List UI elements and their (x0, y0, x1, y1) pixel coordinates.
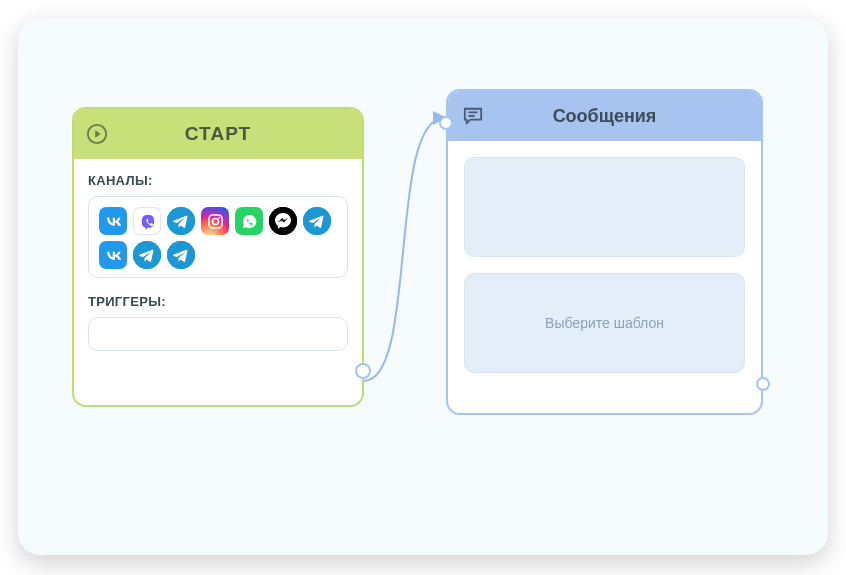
node-start-header[interactable]: СТАРТ (74, 109, 362, 159)
node-start-port-out[interactable] (355, 363, 371, 379)
channels-label: КАНАЛЫ: (88, 173, 348, 188)
node-messages-title: Сообщения (448, 106, 761, 127)
svg-point-1 (167, 207, 195, 235)
message-template-box-1[interactable] (464, 157, 745, 257)
vk-icon[interactable] (99, 207, 127, 235)
vk-icon[interactable] (99, 241, 127, 269)
telegram-icon[interactable] (133, 241, 161, 269)
svg-point-4 (218, 216, 220, 218)
telegram-icon[interactable] (303, 207, 331, 235)
svg-point-8 (167, 241, 195, 269)
svg-rect-2 (208, 214, 221, 227)
node-start-body: КАНАЛЫ: ТРИГГЕРЫ: (74, 159, 362, 367)
messenger-icon[interactable] (269, 207, 297, 235)
telegram-icon[interactable] (167, 207, 195, 235)
node-start[interactable]: СТАРТ КАНАЛЫ: ТРИГГЕРЫ: (72, 107, 364, 407)
svg-point-5 (269, 207, 297, 235)
node-messages[interactable]: Сообщения Выберите шаблон (446, 89, 763, 415)
play-icon (86, 123, 108, 145)
message-template-box-2[interactable]: Выберите шаблон (464, 273, 745, 373)
flow-canvas[interactable]: СТАРТ КАНАЛЫ: ТРИГГЕРЫ: Сообщения Выбери… (18, 18, 828, 555)
channels-box (88, 196, 348, 278)
svg-point-7 (133, 241, 161, 269)
telegram-icon[interactable] (167, 241, 195, 269)
instagram-icon[interactable] (201, 207, 229, 235)
node-start-title: СТАРТ (74, 123, 362, 145)
node-messages-port-out[interactable] (756, 377, 770, 391)
viber-icon[interactable] (133, 207, 161, 235)
svg-point-6 (303, 207, 331, 235)
whatsapp-icon[interactable] (235, 207, 263, 235)
node-messages-header[interactable]: Сообщения (448, 91, 761, 141)
node-messages-body: Выберите шаблон (448, 141, 761, 393)
triggers-input[interactable] (88, 317, 348, 351)
message-icon (462, 106, 484, 126)
svg-point-3 (212, 218, 218, 224)
node-messages-port-in[interactable] (439, 116, 453, 130)
triggers-label: ТРИГГЕРЫ: (88, 294, 348, 309)
